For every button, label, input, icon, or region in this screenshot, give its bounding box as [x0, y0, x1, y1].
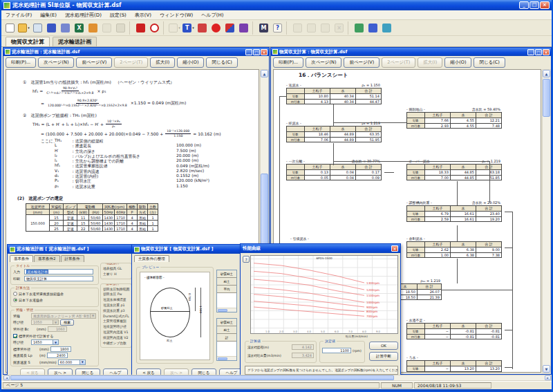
pump-cell: 11	[77, 215, 89, 221]
scroll-up-icon[interactable]: ▲	[543, 70, 550, 77]
mud-truck-icon	[136, 24, 145, 32]
maximize-button[interactable]: □	[529, 1, 539, 9]
zoom-in-button[interactable]: 拡大(I)	[150, 57, 175, 68]
excel-output-button[interactable]: X	[73, 21, 86, 35]
vertical-scrollbar[interactable]: ▲ ▼	[542, 69, 551, 373]
print-button[interactable]: 印刷(P)...	[273, 57, 303, 68]
zoom-out-button[interactable]: 縮小(O)	[444, 57, 471, 68]
export-button[interactable]	[86, 21, 100, 35]
ok-button[interactable]: OK	[369, 342, 398, 350]
dropdown-arrow-icon[interactable]: ▼	[79, 360, 85, 364]
cancel-calc-button[interactable]: 計算中断	[369, 352, 398, 361]
grid-cyan-button[interactable]	[380, 21, 393, 35]
soil-layer-cell[interactable]: 平均	[217, 286, 236, 293]
panel-scrollbar[interactable]	[217, 308, 236, 312]
dropdown-arrow-icon[interactable]: ▼	[53, 340, 58, 344]
mud-truck-button[interactable]	[134, 21, 147, 35]
scrollbar-thumb[interactable]	[10, 375, 394, 380]
method-radio-2[interactable]	[13, 298, 17, 302]
panel-scrollbar[interactable]	[217, 356, 236, 360]
close-preview-button[interactable]: 閉じる(C)	[474, 57, 505, 68]
open-project-button[interactable]	[31, 21, 44, 35]
grid-blue-button[interactable]	[366, 21, 379, 35]
rpm-input[interactable]: 1100	[322, 348, 351, 353]
menu-item[interactable]: 泥水処理計画(D)	[61, 12, 106, 19]
tab-material-balance[interactable]: 物質収支計算	[6, 37, 50, 46]
scrollbar-thumb[interactable]	[218, 357, 227, 360]
scroll-right-icon[interactable]: ►	[545, 375, 551, 380]
print-title-field[interactable]: 物質収支計算	[24, 276, 93, 281]
tab-basic2-conditions[interactable]: 基本条件2	[34, 255, 60, 262]
chart-help-button[interactable]: ?	[243, 256, 250, 263]
save-button[interactable]	[45, 21, 58, 35]
scrollbar-thumb[interactable]	[543, 79, 550, 117]
advance-speed-combo[interactable]: 60.000▼	[58, 360, 86, 365]
next-page-button[interactable]: 次ページ(N)	[306, 57, 341, 68]
clip-button[interactable]	[196, 21, 209, 35]
menu-item[interactable]: 表示(V)	[131, 12, 156, 19]
chart-button[interactable]	[223, 21, 236, 35]
close-button[interactable]: ×	[540, 1, 550, 9]
nominal-diameter-2-combo[interactable]: 1650▼	[31, 339, 59, 345]
pump-header-cell: 送泥管径	[26, 204, 50, 209]
drive-length-input[interactable]: 2400	[47, 353, 68, 358]
find-button[interactable]: M	[257, 21, 270, 35]
child-restore-button[interactable]: □	[535, 49, 542, 55]
window-view-button[interactable]	[237, 21, 250, 35]
soil-layer-cell[interactable]: 粘土	[217, 278, 236, 286]
print-button[interactable]: 印刷(P)...	[6, 57, 36, 68]
prev-page-button[interactable]: 前ページ(V)	[344, 57, 379, 68]
menu-item[interactable]: 編集(E)	[36, 12, 61, 19]
soil-layer-cell[interactable]: 計	[217, 334, 236, 342]
child-minimize-button[interactable]: _	[245, 49, 252, 55]
tab-soil-conditions[interactable]: 土質条件の整理	[134, 255, 169, 262]
grid-green-button[interactable]	[353, 21, 366, 35]
child-minimize-button[interactable]: _	[527, 49, 534, 55]
scroll-left-icon[interactable]: ◄	[3, 375, 10, 380]
mini-table: 土粒子水合 計t/本−13.2013.20	[406, 360, 502, 372]
soil-layer-panel-1[interactable]: 砂質粘土粘土平均	[216, 270, 237, 312]
menu-item[interactable]: ファイル(F)	[1, 12, 36, 19]
soil-layer-cell[interactable]: 砂質粘土	[217, 270, 236, 278]
standard-od-input[interactable]: 1800	[50, 346, 71, 352]
menu-item[interactable]: 設定(S)	[106, 12, 131, 19]
help-button[interactable]: ?	[271, 21, 284, 35]
child-close-button[interactable]: ×	[543, 49, 550, 55]
new-document-button[interactable]	[3, 21, 17, 35]
search-view-button[interactable]	[148, 21, 161, 35]
next-page-button[interactable]: 次ページ(N)	[38, 57, 74, 68]
scroll-down-icon[interactable]: ▼	[543, 365, 550, 373]
soil-layer-panel-2[interactable]: 砂質粘土粘土計	[216, 318, 237, 361]
condition-label: 土質管理算種別	[101, 319, 131, 324]
data-cell: 2.93	[425, 123, 451, 129]
tab-calc-conditions[interactable]: 計算条件	[61, 255, 84, 262]
dialog-close-button[interactable]: ×	[391, 245, 398, 252]
open-file-button[interactable]: ▾	[17, 21, 30, 35]
child-restore-button[interactable]: □	[253, 49, 260, 55]
soil-layer-cell[interactable]: 砂質粘土	[217, 319, 236, 326]
print-button	[114, 21, 127, 35]
table-insert-button[interactable]: T▾	[182, 21, 195, 35]
mini-table: 土粒子水合 計t/本2.626.389.00m³/本1.006.387.38	[406, 241, 502, 258]
save-all-button[interactable]	[59, 21, 72, 35]
tab-transport-plan[interactable]: 泥水輸送計画	[53, 37, 97, 46]
zoom-out-button[interactable]: 縮小(O)	[177, 57, 204, 68]
minimize-button[interactable]: _	[519, 1, 529, 9]
input-title-field[interactable]: 泥水輸送計画	[24, 269, 93, 274]
close-preview-button[interactable]: 閉じる(C)	[206, 57, 237, 68]
mdi-horizontal-scrollbar[interactable]: ◄ ►	[3, 375, 552, 381]
soil-layer-cell[interactable]: 粘土	[217, 326, 236, 334]
pac-button[interactable]	[209, 21, 223, 35]
child-close-button[interactable]: ×	[261, 49, 268, 55]
scroll-up-icon[interactable]: ▲	[261, 70, 268, 77]
prev-page-button[interactable]: 前ページ(V)	[76, 57, 112, 68]
status-page: ページ 5	[3, 382, 379, 389]
scrollbar-thumb[interactable]	[218, 309, 227, 312]
menu-item[interactable]: ウィンドウ(W)	[156, 12, 197, 19]
standard-od-check-checkbox[interactable]	[13, 334, 17, 338]
method-radio-1[interactable]	[13, 292, 17, 296]
data-row: t/本2.626.389.00	[407, 247, 502, 252]
menu-item[interactable]: ヘルプ(H)	[197, 12, 227, 19]
search-button[interactable]: 検索	[60, 319, 74, 326]
tab-basic-conditions[interactable]: 基本条件	[10, 255, 33, 262]
